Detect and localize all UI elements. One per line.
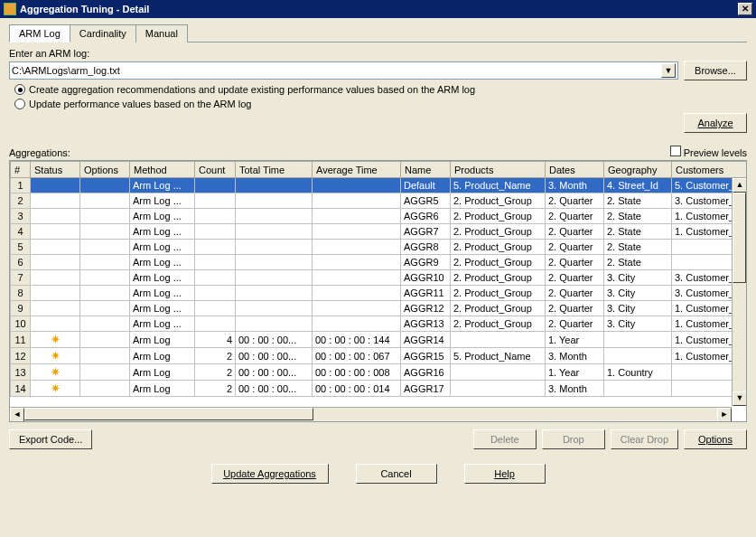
aggregations-grid[interactable]: # Status Options Method Count Total Time… <box>9 160 747 422</box>
col-count[interactable]: Count <box>195 162 236 178</box>
tab-bar: ARM Log Cardinality Manual <box>9 24 747 42</box>
tab-arm-log[interactable]: ARM Log <box>9 24 70 42</box>
scroll-down-icon[interactable]: ▼ <box>733 391 747 406</box>
vertical-scrollbar[interactable]: ▲ ▼ <box>732 178 746 406</box>
table-row[interactable]: 11✷Arm Log400 : 00 : 00...00 : 00 : 00 :… <box>11 332 748 348</box>
col-method[interactable]: Method <box>130 162 195 178</box>
horizontal-scrollbar[interactable]: ◄ ► <box>10 407 732 421</box>
table-row[interactable]: 6Arm Log ...AGGR92. Product_Group2. Quar… <box>11 255 748 270</box>
table-row[interactable]: 8Arm Log ...AGGR112. Product_Group2. Qua… <box>11 286 748 301</box>
preview-levels-checkbox[interactable] <box>670 146 681 156</box>
scroll-right-icon[interactable]: ► <box>717 408 732 422</box>
clear-drop-button[interactable]: Clear Drop <box>611 429 678 449</box>
radio-create-recommendations[interactable]: Create aggregation recommendations and u… <box>14 84 747 95</box>
new-aggregation-icon: ✷ <box>51 349 61 363</box>
close-button[interactable]: ✕ <box>738 3 752 15</box>
arm-log-path-combo[interactable]: C:\ARMLogs\arm_log.txt ▼ <box>9 61 678 80</box>
table-row[interactable]: 12✷Arm Log200 : 00 : 00...00 : 00 : 00 :… <box>11 348 748 364</box>
table-row[interactable]: 13✷Arm Log200 : 00 : 00...00 : 00 : 00 :… <box>11 364 748 381</box>
table-row[interactable]: 2Arm Log ...AGGR52. Product_Group2. Quar… <box>11 193 748 209</box>
col-average-time[interactable]: Average Time <box>313 162 401 178</box>
table-row[interactable]: 1Arm Log ...Default5. Product_Name3. Mon… <box>11 178 748 193</box>
drop-button[interactable]: Drop <box>542 429 605 449</box>
title-bar: Aggregation Tuning - Detail ✕ <box>0 0 756 18</box>
grid-header-row: # Status Options Method Count Total Time… <box>11 162 748 178</box>
new-aggregation-icon: ✷ <box>51 382 61 395</box>
col-products[interactable]: Products <box>451 162 546 178</box>
help-button[interactable]: Help <box>464 464 546 484</box>
update-aggregations-button[interactable]: Update Aggregations <box>211 464 329 484</box>
browse-button[interactable]: Browse... <box>684 61 747 80</box>
arm-log-label: Enter an ARM log: <box>9 48 747 59</box>
delete-button[interactable]: Delete <box>473 429 537 449</box>
table-row[interactable]: 3Arm Log ...AGGR62. Product_Group2. Quar… <box>11 209 748 224</box>
table-row[interactable]: 5Arm Log ...AGGR82. Product_Group2. Quar… <box>11 240 748 255</box>
col-options[interactable]: Options <box>80 162 130 178</box>
options-button[interactable]: Options <box>684 429 747 449</box>
col-dates[interactable]: Dates <box>546 162 604 178</box>
col-name[interactable]: Name <box>401 162 451 178</box>
col-total-time[interactable]: Total Time <box>236 162 313 178</box>
analyze-button[interactable]: Analyze <box>684 113 747 133</box>
scroll-thumb-horizontal[interactable] <box>24 408 313 420</box>
table-row[interactable]: 7Arm Log ...AGGR102. Product_Group2. Qua… <box>11 270 748 286</box>
cancel-button[interactable]: Cancel <box>356 464 437 484</box>
tab-cardinality[interactable]: Cardinality <box>70 24 136 42</box>
col-number[interactable]: # <box>11 162 31 178</box>
scroll-left-icon[interactable]: ◄ <box>10 408 24 422</box>
app-icon <box>4 3 16 15</box>
table-row[interactable]: 10Arm Log ...AGGR132. Product_Group2. Qu… <box>11 316 748 332</box>
col-customers[interactable]: Customers <box>672 162 748 178</box>
scroll-thumb-vertical[interactable] <box>733 193 746 283</box>
aggregations-label: Aggregations: <box>9 147 70 158</box>
chevron-down-icon[interactable]: ▼ <box>661 63 676 78</box>
window-title: Aggregation Tuning - Detail <box>20 4 149 14</box>
new-aggregation-icon: ✷ <box>51 365 61 379</box>
scroll-up-icon[interactable]: ▲ <box>733 178 747 193</box>
arm-log-path-value: C:\ARMLogs\arm_log.txt <box>12 65 120 76</box>
tab-manual[interactable]: Manual <box>135 24 188 42</box>
table-row[interactable]: 14✷Arm Log200 : 00 : 00...00 : 00 : 00 :… <box>11 381 748 397</box>
export-code-button[interactable]: Export Code... <box>9 429 92 449</box>
col-geography[interactable]: Geography <box>604 162 672 178</box>
col-status[interactable]: Status <box>31 162 80 178</box>
radio-update-performance[interactable]: Update performance values based on the A… <box>14 99 747 109</box>
table-row[interactable]: 9Arm Log ...AGGR122. Product_Group2. Qua… <box>11 301 748 316</box>
preview-levels-label: Preview levels <box>684 147 747 158</box>
table-row[interactable]: 4Arm Log ...AGGR72. Product_Group2. Quar… <box>11 224 748 240</box>
new-aggregation-icon: ✷ <box>51 333 61 346</box>
